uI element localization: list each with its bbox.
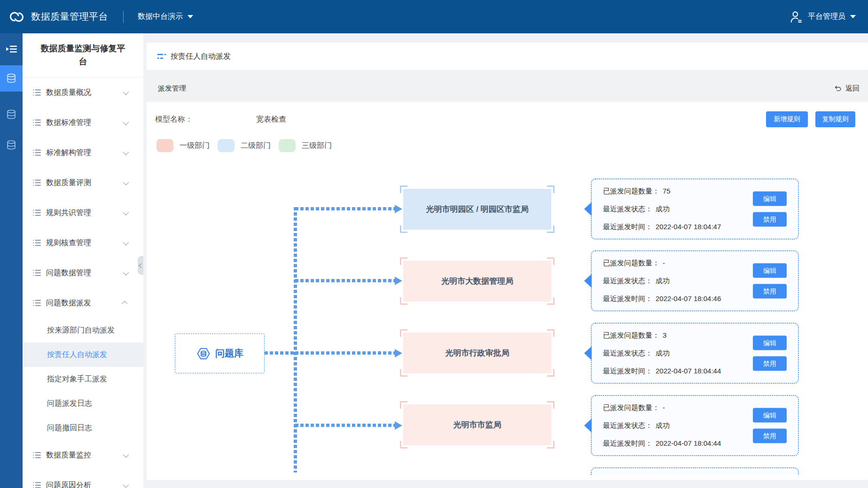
brand-logo-icon [7,7,27,27]
sidebar-item-rule-check-mgmt[interactable]: 规则核查管理 [23,228,143,258]
disable-button[interactable]: 禁用 [753,284,787,299]
last-dispatch-time: 最近派发时间：2022-04-07 18:04:46 [603,294,721,303]
arrow-left-icon [584,202,592,216]
sidebar-collapse-handle[interactable] [138,256,143,275]
department-node-mingyuan[interactable]: 光明市明园区 / 明园区市监局 [403,189,551,230]
edit-button[interactable]: 编辑 [753,192,787,206]
sidebar-subitem-dispatch-log[interactable]: 问题派发日志 [23,391,143,416]
arrow-left-icon [584,418,592,433]
edit-button[interactable]: 编辑 [753,408,787,423]
connector-line [265,351,295,355]
chevron-down-icon [123,239,129,245]
sidebar-item-issue-cause-analysis[interactable]: 问题原因分析 [23,470,143,488]
page-title: 按责任人自动派发 [171,52,231,62]
connector-line [295,279,395,282]
disable-button[interactable]: 禁用 [753,429,787,443]
sidebar-item-standard-parse-mgmt[interactable]: 标准解构管理 [23,138,143,168]
panel-title: 派发管理 [158,84,834,93]
list-icon [33,240,41,246]
sidebar-item-data-quality-monitor[interactable]: 数据质量监控 [23,440,143,470]
rail-item-database-3[interactable] [0,135,23,155]
sidebar-subitem-recall-log[interactable]: 问题撤回日志 [23,416,143,440]
department-node-admin-approval[interactable]: 光明市行政审批局 [403,333,551,373]
user-menu[interactable]: 平台管理员 [789,10,856,24]
user-icon [789,10,803,24]
list-icon [33,482,41,488]
main-content: 按责任人自动派发 派发管理 返回 模型名称： 宽表检查 新增规则 复制规则 一级… [143,33,868,488]
dispatch-info-card: 已派发问题数量：- 最近派发状态：成功 最近派发时间：2022-04-07 18… [591,395,799,456]
sidebar-toggle-icon[interactable] [0,42,23,56]
last-dispatch-status: 最近派发状态：成功 [603,277,721,286]
dispatch-info-card-partial [591,467,799,475]
arrow-left-icon [584,274,592,288]
sidebar-item-data-quality-overview[interactable]: 数据质量概况 [23,77,143,108]
sidebar-item-rule-consensus-mgmt[interactable]: 规则共识管理 [23,198,143,228]
legend-swatch-level3 [279,139,296,152]
panel-body: 模型名称： 宽表检查 新增规则 复制规则 一级部门 二级部门 三级部门 [147,102,868,480]
chevron-down-icon [123,149,129,155]
model-name-label: 模型名称： [155,115,193,124]
arrow-right-icon [395,205,402,213]
page-header: 按责任人自动派发 [147,43,868,70]
legend-item-level1: 一级部门 [156,139,210,152]
sidebar-title: 数据质量监测与修复平台 [23,33,143,77]
edit-button[interactable]: 编辑 [753,336,787,350]
legend-item-level3: 三级部门 [279,139,332,152]
sidebar-item-issue-data-dispatch[interactable]: 问题数据派发 [23,288,143,318]
dispatch-info-card: 已派发问题数量：75 最近派发状态：成功 最近派发时间：2022-04-07 1… [591,178,799,240]
dispatched-count: 已派发问题数量：- [603,403,721,412]
connector-line [294,207,297,473]
dispatch-info-card: 已派发问题数量：3 最近派发状态：成功 最近派发时间：2022-04-07 18… [591,323,799,384]
user-name: 平台管理员 [808,12,845,22]
list-icon [33,300,41,306]
department-node-market-bureau[interactable]: 光明市市监局 [403,404,551,445]
chevron-left-icon [139,263,143,268]
disable-button[interactable]: 禁用 [753,356,787,371]
sidebar: 数据质量监测与修复平台 数据质量概况 数据标准管理 标准解构管理 数据质量评测 … [23,33,143,488]
model-name-value: 宽表检查 [256,115,286,124]
arrow-right-icon [395,349,402,357]
last-dispatch-time: 最近派发时间：2022-04-07 18:04:47 [603,223,721,232]
department-node-bigdata-bureau[interactable]: 光明市大数据管理局 [403,261,551,302]
workspace-label: 数据中台演示 [138,12,183,22]
chevron-down-icon [123,481,129,488]
legend-swatch-level1 [156,139,173,152]
connector-line [295,424,395,427]
chevron-down-icon [123,179,129,185]
sidebar-item-data-quality-eval[interactable]: 数据质量评测 [23,168,143,198]
sidebar-item-data-standard-mgmt[interactable]: 数据标准管理 [23,108,143,138]
list-icon [33,89,41,96]
database-icon [6,139,17,151]
legend-item-level2: 二级部门 [218,139,271,152]
add-rule-button[interactable]: 新增规则 [766,111,808,127]
list-icon [33,149,41,156]
connector-line [295,207,395,210]
dispatched-count: 已派发问题数量：75 [603,187,721,196]
arrow-right-icon [395,277,402,285]
edit-button[interactable]: 编辑 [753,263,787,278]
issue-repository-label: 问题库 [215,347,243,360]
list-icon [33,452,41,458]
rail-item-database-2[interactable] [0,104,23,125]
topbar: 数据质量管理平台 数据中台演示 平台管理员 [0,0,868,33]
sidebar-item-issue-data-mgmt[interactable]: 问题数据管理 [23,258,143,288]
disable-button[interactable]: 禁用 [753,212,787,227]
connector-line [295,351,395,355]
page-title-icon [157,53,166,60]
dispatch-info-card: 已派发问题数量：- 最近派发状态：成功 最近派发时间：2022-04-07 18… [591,250,799,311]
back-icon [834,85,842,93]
copy-rule-button[interactable]: 复制规则 [815,111,855,127]
arrow-right-icon [395,421,402,430]
rail-item-database-active[interactable] [0,65,23,92]
list-icon [33,270,41,276]
chevron-down-icon [123,119,129,125]
sidebar-subitem-dispatch-by-source-dept[interactable]: 按来源部门自动派发 [23,318,143,342]
chevron-down-icon [123,89,129,95]
workspace-dropdown[interactable]: 数据中台演示 [138,12,193,22]
sidebar-subitem-dispatch-by-owner[interactable]: 按责任人自动派发 [23,342,143,367]
dispatch-panel: 派发管理 返回 模型名称： 宽表检查 新增规则 复制规则 一级部门 [147,75,868,480]
last-dispatch-status: 最近派发状态：成功 [603,349,721,358]
sidebar-subitem-manual-dispatch[interactable]: 指定对象手工派发 [23,367,143,391]
back-button[interactable]: 返回 [834,84,860,93]
list-icon [33,119,41,126]
